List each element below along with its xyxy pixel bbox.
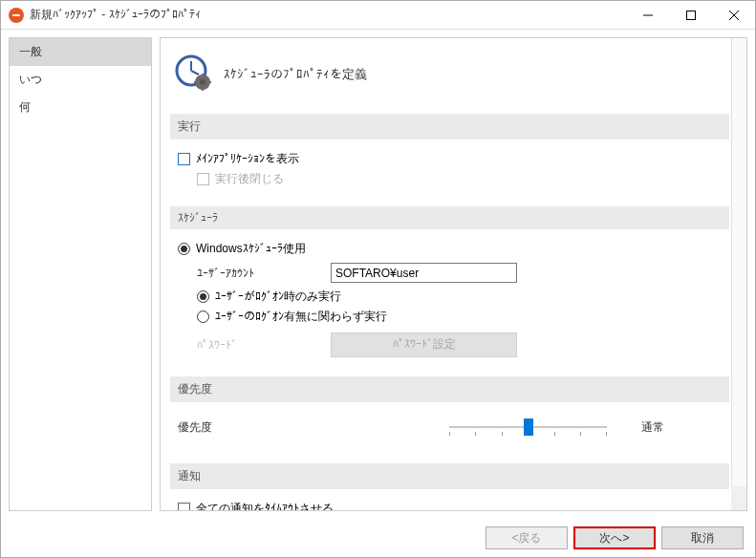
sidebar-item-label: いつ [19, 73, 42, 86]
sidebar-item-when[interactable]: いつ [10, 66, 151, 94]
sidebar: 一般 いつ 何 [9, 37, 152, 511]
checkbox-box-icon [197, 173, 209, 185]
back-button: <戻る [486, 526, 568, 549]
main-panel: ｽｹｼﾞｭｰﾗのﾌﾟﾛﾊﾟﾃｨを定義 実行 ﾒｲﾝｱﾌﾟﾘｹｰｼｮﾝを表示 実行… [160, 37, 747, 511]
slider-thumb-icon[interactable] [524, 418, 533, 436]
checkbox-show-main-app[interactable]: ﾒｲﾝｱﾌﾟﾘｹｰｼｮﾝを表示 [178, 151, 299, 167]
slider-tick [475, 432, 476, 436]
svg-rect-12 [207, 81, 211, 83]
next-button[interactable]: 次へ> [573, 526, 656, 549]
svg-rect-11 [194, 81, 198, 83]
footer: <戻る 次へ> 取消 [1, 519, 755, 557]
radio-run-when-logged-on[interactable]: ﾕｰｻﾞｰがﾛｸﾞｵﾝ時のみ実行 [197, 289, 341, 305]
radio-label: Windowsｽｹｼﾞｭｰﾗ使用 [196, 241, 306, 257]
password-label: ﾊﾟｽﾜｰﾄﾞ [197, 338, 302, 352]
section-body-notification: 全ての通知をﾀｲﾑｱｳﾄさせる [170, 489, 729, 511]
priority-value: 通常 [641, 419, 664, 436]
slider-tick [580, 432, 581, 436]
window-controls [626, 1, 755, 29]
scheduler-clock-icon [174, 54, 212, 95]
checkbox-close-after-run: 実行後閉じる [197, 171, 284, 187]
close-button[interactable] [712, 1, 755, 29]
minimize-button[interactable] [626, 1, 669, 29]
section-header-notification: 通知 [170, 463, 729, 489]
sidebar-item-label: 何 [19, 100, 31, 114]
checkbox-timeout-all-notifications[interactable]: 全ての通知をﾀｲﾑｱｳﾄさせる [178, 501, 334, 511]
maximize-button[interactable] [669, 1, 712, 29]
priority-slider[interactable] [449, 418, 607, 437]
checkbox-label: ﾒｲﾝｱﾌﾟﾘｹｰｼｮﾝを表示 [196, 151, 299, 167]
checkbox-label: 実行後閉じる [215, 171, 284, 187]
slider-tick [502, 432, 503, 436]
section-body-priority: 優先度 通常 [170, 402, 729, 458]
svg-rect-1 [686, 11, 695, 19]
user-account-input[interactable] [331, 263, 517, 283]
body: 一般 いつ 何 [1, 30, 755, 519]
slider-tick [554, 432, 555, 436]
svg-rect-9 [202, 74, 204, 77]
section-header-priority: 優先度 [170, 376, 729, 402]
section-body-run: ﾒｲﾝｱﾌﾟﾘｹｰｼｮﾝを表示 実行後閉じる [170, 140, 729, 201]
app-icon [9, 8, 24, 23]
sidebar-item-what[interactable]: 何 [10, 94, 151, 121]
section-header-scheduler: ｽｹｼﾞｭｰﾗ [170, 206, 729, 229]
radio-dot-icon [178, 243, 190, 255]
cancel-button[interactable]: 取消 [661, 526, 744, 549]
sidebar-item-label: 一般 [19, 45, 42, 58]
panel-header: ｽｹｼﾞｭｰﾗのﾌﾟﾛﾊﾟﾃｨを定義 [170, 46, 729, 108]
user-account-label: ﾕｰｻﾞｰｱｶｳﾝﾄ [197, 267, 302, 280]
scrollbar[interactable] [731, 38, 746, 510]
svg-point-8 [200, 79, 205, 85]
checkbox-label: 全ての通知をﾀｲﾑｱｳﾄさせる [196, 501, 334, 511]
checkbox-box-icon [178, 503, 190, 511]
titlebar: 新規ﾊﾞｯｸｱｯﾌﾟ - ｽｹｼﾞｭｰﾗのﾌﾟﾛﾊﾟﾃｨ [1, 1, 755, 30]
radio-label: ﾕｰｻﾞｰのﾛｸﾞｵﾝ有無に関わらず実行 [215, 309, 387, 325]
radio-dot-icon [197, 290, 209, 303]
radio-dot-icon [197, 311, 209, 323]
checkbox-box-icon [178, 153, 190, 165]
radio-run-regardless[interactable]: ﾕｰｻﾞｰのﾛｸﾞｵﾝ有無に関わらず実行 [197, 309, 387, 325]
panel-title: ｽｹｼﾞｭｰﾗのﾌﾟﾛﾊﾟﾃｨを定義 [224, 66, 367, 83]
window-title: 新規ﾊﾞｯｸｱｯﾌﾟ - ｽｹｼﾞｭｰﾗのﾌﾟﾛﾊﾟﾃｨ [30, 7, 626, 23]
slider-tick [606, 432, 607, 436]
slider-tick [449, 432, 450, 436]
section-header-run: 実行 [170, 114, 729, 140]
password-set-button: ﾊﾟｽﾜｰﾄﾞ設定 [331, 333, 517, 357]
priority-label: 優先度 [178, 419, 235, 436]
sidebar-item-general[interactable]: 一般 [10, 38, 151, 66]
scrollbar-thumb[interactable] [731, 38, 746, 486]
radio-use-windows-scheduler[interactable]: Windowsｽｹｼﾞｭｰﾗ使用 [178, 241, 306, 257]
svg-rect-10 [202, 87, 204, 91]
section-body-scheduler: Windowsｽｹｼﾞｭｰﾗ使用 ﾕｰｻﾞｰｱｶｳﾝﾄ ﾕｰｻﾞｰがﾛｸﾞｵﾝ時… [170, 229, 729, 371]
radio-label: ﾕｰｻﾞｰがﾛｸﾞｵﾝ時のみ実行 [215, 289, 341, 305]
